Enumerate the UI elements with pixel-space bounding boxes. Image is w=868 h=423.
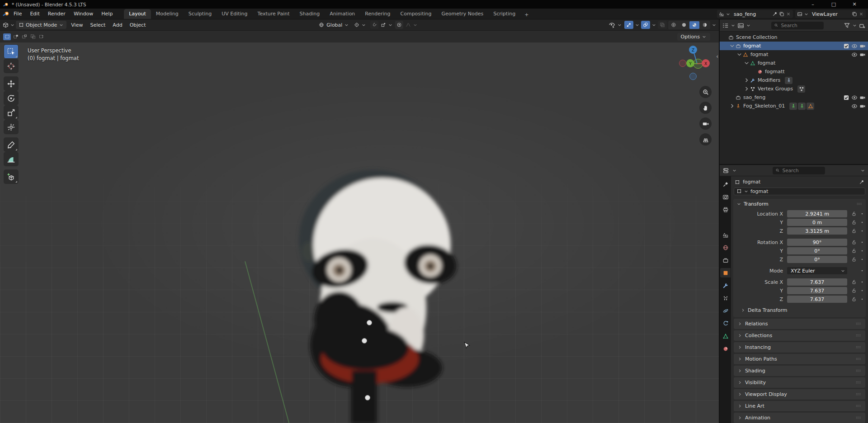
proportional-editing-toggle[interactable] [395,21,403,29]
drag-handle-icon[interactable] [855,391,862,397]
lock-open-icon[interactable] [850,220,858,225]
viewport-menu-object[interactable]: Object [126,21,150,29]
tool-scale[interactable] [4,106,18,119]
properties-tab-modifiers[interactable] [720,281,731,290]
z-field[interactable]: 0° [787,256,847,263]
pivot-dropdown[interactable] [351,21,369,29]
outliner-item-label[interactable]: fogmat [750,52,768,57]
minimize-button[interactable]: – [802,0,823,9]
properties-tab-collection[interactable] [720,255,731,265]
scene-selector[interactable]: sao_feng [717,10,793,18]
properties-editor-type-icon[interactable] [722,167,729,174]
outliner-item-label[interactable]: sao_feng [743,94,765,100]
section-shading[interactable]: Shading [734,366,865,376]
properties-tab-data[interactable] [720,331,731,341]
outliner-row-fogmat[interactable]: fogmat [720,59,868,67]
workspace-tab-scripting[interactable]: Scripting [488,9,520,19]
chevron-down-icon[interactable] [729,42,736,49]
delta-transform-subpanel[interactable]: Delta Transform [733,305,866,315]
select-new-button[interactable] [3,33,11,40]
y-field[interactable]: 7.637 [787,287,847,294]
hide-viewport-eye-icon[interactable] [851,103,858,109]
outliner-item-label[interactable]: fogmat [758,60,775,66]
hide-render-camera-icon[interactable] [859,103,866,109]
workspace-tab-uv-editing[interactable]: UV Editing [217,9,252,19]
outliner-item-label[interactable]: fogmatt [765,69,785,75]
properties-tab-material[interactable] [720,344,731,353]
xray-toggle[interactable] [658,21,667,29]
tool-add-cube[interactable] [4,170,18,183]
chevron-down-icon[interactable] [743,60,750,66]
properties-search[interactable] [773,167,825,174]
drag-handle-icon[interactable] [855,415,862,421]
select-subtract-button[interactable] [20,33,28,40]
mode-dropdown[interactable]: Object Mode [16,21,66,29]
drag-handle-icon[interactable] [856,201,863,207]
chevron-right-icon[interactable] [743,77,750,84]
animate-dot-icon[interactable] [859,249,865,253]
y-field[interactable]: 0 m [787,219,847,226]
properties-tab-particles[interactable] [720,293,731,303]
shading-material-button[interactable] [689,21,699,29]
drag-handle-icon[interactable] [855,321,862,327]
chevron-down-icon[interactable] [712,23,717,28]
viewport-menu-view[interactable]: View [67,21,86,29]
close-icon[interactable] [786,11,791,17]
axis-negz-ball[interactable] [690,73,697,80]
animate-dot-icon[interactable] [859,240,865,244]
outliner-filter-type-icon[interactable] [737,22,744,29]
lock-open-icon[interactable] [850,211,858,216]
snap-toggle[interactable] [370,21,378,29]
navigation-gizmo[interactable]: Y X Z [678,45,715,83]
y-field[interactable]: 0° [787,247,847,254]
axis-negy-ball[interactable] [693,59,703,69]
select-extend-button[interactable] [12,33,19,40]
outliner-row-scene-collection[interactable]: Scene Collection [720,33,868,42]
copy-icon[interactable] [852,11,857,17]
axis-negx-ball[interactable] [679,60,686,67]
chevron-right-icon[interactable] [743,85,750,92]
chevron-down-icon[interactable] [736,51,743,58]
menu-help[interactable]: Help [97,9,117,18]
viewlayer-selector[interactable]: ViewLayer [795,10,866,18]
pin-icon[interactable] [772,11,778,17]
tool-cursor[interactable] [4,59,18,73]
outliner-item-label[interactable]: fogmat [743,43,761,49]
blender-menu-icon[interactable] [3,10,9,17]
menu-edit[interactable]: Edit [26,9,43,18]
viewport-canvas[interactable]: User Perspective (0) fogmat | fogmat ‹ Y [0,42,719,423]
add-workspace-button[interactable]: + [520,10,533,19]
properties-tab-object[interactable] [720,268,731,277]
workspace-tab-rendering[interactable]: Rendering [360,9,395,19]
copy-icon[interactable] [779,11,784,17]
workspace-tab-modeling[interactable]: Modeling [151,9,184,19]
outliner-row-vertex-groups[interactable]: Vertex Groups [720,85,868,93]
lock-open-icon[interactable] [850,248,858,254]
drag-handle-icon[interactable] [855,380,862,385]
hide-viewport-eye-icon[interactable] [851,94,858,101]
animate-dot-icon[interactable] [859,288,865,293]
outliner-row-sao-feng[interactable]: sao_feng [720,93,868,102]
properties-tab-world[interactable] [720,243,731,252]
outliner-row-fogmatt[interactable]: fogmatt [720,67,868,76]
section-instancing[interactable]: Instancing [734,342,865,352]
chevron-down-icon[interactable] [651,23,656,28]
rotation-x-field[interactable]: 90° [787,239,847,246]
maximize-button[interactable]: □ [823,0,844,9]
editor-type-icon[interactable] [2,22,9,28]
workspace-tab-shading[interactable]: Shading [295,9,325,19]
outliner-item-label[interactable]: Scene Collection [736,34,777,40]
viewport-menu-add[interactable]: Add [109,21,126,29]
properties-tab-output[interactable] [720,205,731,214]
tool-select-box[interactable] [4,45,18,58]
lock-open-icon[interactable] [850,279,858,285]
outliner-row-modifiers[interactable]: Modifiers [720,76,868,85]
animate-dot-icon[interactable] [859,257,865,262]
close-button[interactable]: ✕ [844,0,865,9]
checkbox-toggle[interactable] [843,43,849,49]
drag-handle-icon[interactable] [855,368,862,374]
animate-dot-icon[interactable] [859,297,865,301]
lock-open-icon[interactable] [850,296,858,302]
animate-dot-icon[interactable] [859,220,865,225]
tool-annotate[interactable] [4,138,18,151]
